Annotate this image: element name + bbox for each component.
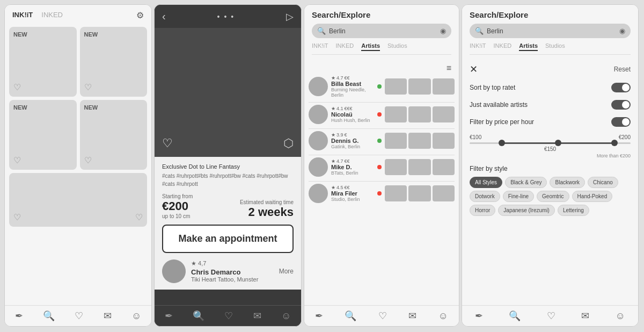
sort-toggle[interactable] [611,83,631,92]
nav3-tattoo-icon[interactable]: ✒ [315,310,323,322]
thumb-5-1 [385,185,407,201]
s3-search-bar[interactable]: 🔍 Berlin ◉ [312,24,451,38]
status-dot-5 [377,191,382,196]
available-toggle[interactable] [611,100,631,110]
nav3-search-icon[interactable]: 🔍 [345,310,356,322]
s3-tab-inkit[interactable]: INK!iT [312,42,328,51]
card-4[interactable]: NEW ♡ [80,100,148,170]
card-3-label: NEW [13,104,27,111]
artist-rating: ★ 4,7 [191,260,279,267]
nav4-mail-icon[interactable]: ✉ [581,310,589,322]
tab-inkit[interactable]: INK!iT [12,11,33,20]
s3-artist-list: ★4.7 €€ Billa Beast Burning Needle, Berl… [304,75,459,207]
artist-avatar [162,259,186,283]
artist-name-2: Nicolaü [331,111,374,118]
nav4-tattoo-icon[interactable]: ✒ [475,310,483,322]
thumb-4-3 [433,159,455,175]
s3-tab-artists[interactable]: Artists [361,42,380,51]
price-slider-thumb-1[interactable] [499,140,505,146]
nav2-mail-icon[interactable]: ✉ [253,310,261,322]
nav-search-icon[interactable]: 🔍 [43,310,55,322]
price-slider-thumb-2[interactable] [555,140,561,146]
artist-item-3[interactable]: ★3.9 € Dennis G. Gatink, Berlin [309,131,455,150]
artist-images-1 [385,78,455,95]
card-2[interactable]: NEW ♡ [80,27,148,97]
dots-icon[interactable]: • • • [217,12,235,21]
artist-item-1[interactable]: ★4.7 €€ Billa Beast Burning Needle, Berl… [309,75,455,98]
style-tag-horror[interactable]: Horror [470,205,495,216]
status-dot-1 [377,84,382,89]
location-icon-3: ◉ [440,27,446,35]
thumb-3-2 [408,133,430,149]
nav3-profile-icon[interactable]: ☺ [438,311,448,322]
s3-tab-inked[interactable]: INKED [336,42,354,51]
style-tag-dotwork[interactable]: Dotwork [470,191,500,202]
nav4-heart-icon[interactable]: ♡ [547,310,555,322]
s4-search-bar[interactable]: 🔍 Berlin ◉ [470,24,631,38]
back-icon[interactable]: ‹ [162,10,166,23]
nav2-profile-icon[interactable]: ☺ [281,311,291,322]
card-1[interactable]: NEW ♡ [9,27,77,97]
more-label[interactable]: More [279,268,294,275]
filter-close-button[interactable]: ✕ [470,63,478,75]
nav-tattoo-icon[interactable]: ✒ [15,310,23,322]
artist-name-1: Billa Beast [331,81,374,87]
s4-tab-inkit[interactable]: INK!iT [470,42,486,51]
filter-reset-button[interactable]: Reset [614,66,631,73]
style-tag-all[interactable]: All Styles [470,177,502,188]
price-slider-thumb-3[interactable] [611,140,618,146]
price-toggle[interactable] [611,117,631,127]
nav3-heart-icon[interactable]: ♡ [378,310,387,322]
filter-icon[interactable]: ⚙ [136,10,144,20]
thumb-4-1 [385,159,407,175]
heart-icon-1[interactable]: ♡ [13,82,21,92]
s2-bottom-bar: ✒ 🔍 ♡ ✉ ☺ [155,305,301,326]
heart-icon-wide-right[interactable]: ♡ [135,212,143,222]
style-tag-blackgrey[interactable]: Black & Grey [505,177,547,188]
s4-style-section: Filter by style All Styles Black & Grey … [470,165,631,216]
style-tag-fineline[interactable]: Fine-line [503,191,534,202]
nav-mail-icon[interactable]: ✉ [104,310,112,322]
nav4-search-icon[interactable]: 🔍 [509,310,521,322]
heart-icon-3[interactable]: ♡ [13,155,21,165]
wide-card[interactable]: ♡ ♡ [9,173,147,227]
heart-icon-image[interactable]: ♡ [162,136,173,150]
screen-1: INK!iT INKED ⚙ NEW ♡ NEW ♡ NEW ♡ NEW ♡ [4,4,152,327]
s1-bottom-bar: ✒ 🔍 ♡ ✉ ☺ [5,305,151,326]
s3-title: Search/Explore [312,10,451,19]
nav2-tattoo-icon[interactable]: ✒ [165,310,173,322]
nav2-heart-icon[interactable]: ♡ [224,310,233,322]
artist-item-4[interactable]: ★4.7 €€ Mike D. BTats, Berlin [309,157,455,177]
heart-icon-2[interactable]: ♡ [84,82,92,92]
style-tag-japanese[interactable]: Japanese (Irezumi) [498,205,555,216]
price-min-label: €100 [470,134,481,140]
s4-tab-artists[interactable]: Artists [519,42,538,51]
artist-item-5[interactable]: ★4.5 €€ Mira Filer Studio, Berlin [309,184,455,203]
style-tag-handpoked[interactable]: Hand-Poked [572,191,613,202]
nav4-profile-icon[interactable]: ☺ [615,311,625,322]
style-tag-geometric[interactable]: Geomtric [537,191,569,202]
nav2-search-icon[interactable]: 🔍 [193,310,204,322]
style-tag-chicano[interactable]: Chicano [588,177,618,188]
make-appointment-button[interactable]: Make an appointment [162,225,294,253]
price-slider-track[interactable] [470,142,631,144]
card-3[interactable]: NEW ♡ [9,100,77,170]
nav-profile-icon[interactable]: ☺ [131,311,141,322]
nav3-mail-icon[interactable]: ✉ [408,310,416,322]
s2-price-section: Starting from €200 up to 10 cm [162,193,193,219]
artist-avatar-3 [309,131,328,150]
style-tag-blackwork[interactable]: Blackwork [550,177,585,188]
s4-tab-studios[interactable]: Studios [545,42,565,51]
tab-inked[interactable]: INKED [41,11,63,20]
heart-icon-4[interactable]: ♡ [84,155,92,165]
style-tag-lettering[interactable]: Lettering [558,205,589,216]
filter-sliders-icon-3[interactable]: ≡ [447,63,451,73]
s3-tab-studios[interactable]: Studios [387,42,407,51]
cube-icon[interactable]: ⬡ [283,136,294,150]
send-icon[interactable]: ▷ [286,11,294,23]
s4-tab-inked[interactable]: INKED [494,42,512,51]
artist-name-3: Dennis G. [331,138,374,144]
artist-item-2[interactable]: ★4.1 €€€ Nicolaü Hush Hush, Berlin [309,105,455,124]
nav-heart-icon[interactable]: ♡ [75,310,83,322]
heart-icon-wide-left[interactable]: ♡ [13,212,21,222]
